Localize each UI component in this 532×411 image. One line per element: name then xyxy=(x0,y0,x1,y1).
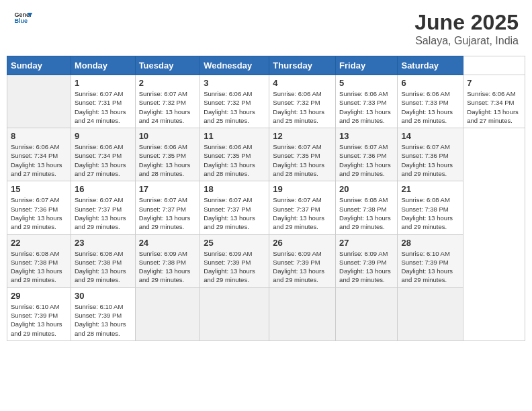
col-header-saturday: Saturday xyxy=(398,56,463,75)
calendar-cell: 28Sunrise: 6:10 AMSunset: 7:39 PMDayligh… xyxy=(398,234,463,287)
day-info: Sunrise: 6:07 AMSunset: 7:32 PMDaylight:… xyxy=(139,89,197,125)
svg-text:Blue: Blue xyxy=(14,17,28,24)
calendar-cell: 30Sunrise: 6:10 AMSunset: 7:39 PMDayligh… xyxy=(71,287,135,340)
calendar-cell xyxy=(336,287,398,340)
day-info: Sunrise: 6:07 AMSunset: 7:37 PMDaylight:… xyxy=(139,195,197,231)
calendar-cell: 3Sunrise: 6:06 AMSunset: 7:32 PMDaylight… xyxy=(200,75,269,128)
day-number: 30 xyxy=(75,291,132,301)
day-number: 7 xyxy=(467,78,521,88)
calendar-cell: 2Sunrise: 6:07 AMSunset: 7:32 PMDaylight… xyxy=(135,75,200,128)
calendar-week-row: 1Sunrise: 6:07 AMSunset: 7:31 PMDaylight… xyxy=(7,75,525,128)
calendar-cell: 14Sunrise: 6:07 AMSunset: 7:36 PMDayligh… xyxy=(398,128,463,181)
day-number: 2 xyxy=(139,78,197,88)
day-info: Sunrise: 6:08 AMSunset: 7:38 PMDaylight:… xyxy=(11,249,67,285)
calendar-week-row: 15Sunrise: 6:07 AMSunset: 7:36 PMDayligh… xyxy=(7,181,525,234)
day-info: Sunrise: 6:08 AMSunset: 7:38 PMDaylight:… xyxy=(401,195,459,231)
calendar-cell: 19Sunrise: 6:07 AMSunset: 7:37 PMDayligh… xyxy=(269,181,336,234)
day-info: Sunrise: 6:06 AMSunset: 7:34 PMDaylight:… xyxy=(467,89,521,125)
day-info: Sunrise: 6:07 AMSunset: 7:36 PMDaylight:… xyxy=(401,142,459,178)
month-title: June 2025 xyxy=(414,10,519,35)
day-info: Sunrise: 6:07 AMSunset: 7:36 PMDaylight:… xyxy=(339,142,394,178)
calendar-cell: 25Sunrise: 6:09 AMSunset: 7:39 PMDayligh… xyxy=(200,234,269,287)
day-info: Sunrise: 6:06 AMSunset: 7:34 PMDaylight:… xyxy=(11,142,67,178)
calendar-week-row: 29Sunrise: 6:10 AMSunset: 7:39 PMDayligh… xyxy=(7,287,525,340)
day-number: 23 xyxy=(75,238,132,248)
calendar-cell: 16Sunrise: 6:07 AMSunset: 7:37 PMDayligh… xyxy=(71,181,135,234)
day-info: Sunrise: 6:06 AMSunset: 7:32 PMDaylight:… xyxy=(273,89,332,125)
day-number: 12 xyxy=(273,131,332,141)
day-info: Sunrise: 6:10 AMSunset: 7:39 PMDaylight:… xyxy=(11,302,67,338)
day-number: 24 xyxy=(139,238,197,248)
day-number: 19 xyxy=(273,184,332,194)
calendar-cell: 17Sunrise: 6:07 AMSunset: 7:37 PMDayligh… xyxy=(135,181,200,234)
calendar-week-row: 8Sunrise: 6:06 AMSunset: 7:34 PMDaylight… xyxy=(7,128,525,181)
day-info: Sunrise: 6:09 AMSunset: 7:39 PMDaylight:… xyxy=(273,249,332,285)
calendar-cell: 4Sunrise: 6:06 AMSunset: 7:32 PMDaylight… xyxy=(269,75,336,128)
day-info: Sunrise: 6:06 AMSunset: 7:32 PMDaylight:… xyxy=(204,89,265,125)
calendar-cell: 11Sunrise: 6:06 AMSunset: 7:35 PMDayligh… xyxy=(200,128,269,181)
day-info: Sunrise: 6:07 AMSunset: 7:37 PMDaylight:… xyxy=(75,195,132,231)
day-info: Sunrise: 6:09 AMSunset: 7:39 PMDaylight:… xyxy=(204,249,265,285)
day-number: 6 xyxy=(401,78,459,88)
day-number: 27 xyxy=(339,238,394,248)
day-number: 3 xyxy=(204,78,265,88)
calendar-cell: 6Sunrise: 6:06 AMSunset: 7:33 PMDaylight… xyxy=(398,75,463,128)
calendar-cell: 20Sunrise: 6:08 AMSunset: 7:38 PMDayligh… xyxy=(336,181,398,234)
calendar-cell: 26Sunrise: 6:09 AMSunset: 7:39 PMDayligh… xyxy=(269,234,336,287)
calendar-week-row: 22Sunrise: 6:08 AMSunset: 7:38 PMDayligh… xyxy=(7,234,525,287)
day-info: Sunrise: 6:06 AMSunset: 7:35 PMDaylight:… xyxy=(139,142,197,178)
col-header-wednesday: Wednesday xyxy=(200,56,269,75)
calendar-cell: 10Sunrise: 6:06 AMSunset: 7:35 PMDayligh… xyxy=(135,128,200,181)
day-info: Sunrise: 6:08 AMSunset: 7:38 PMDaylight:… xyxy=(339,195,394,231)
calendar-cell: 23Sunrise: 6:08 AMSunset: 7:38 PMDayligh… xyxy=(71,234,135,287)
day-number: 16 xyxy=(75,184,132,194)
day-info: Sunrise: 6:06 AMSunset: 7:33 PMDaylight:… xyxy=(339,89,394,125)
day-number: 4 xyxy=(273,78,332,88)
calendar-table: SundayMondayTuesdayWednesdayThursdayFrid… xyxy=(7,56,525,341)
day-number: 8 xyxy=(11,131,67,141)
location-title: Salaya, Gujarat, India xyxy=(414,35,519,47)
day-info: Sunrise: 6:06 AMSunset: 7:33 PMDaylight:… xyxy=(401,89,459,125)
title-block: June 2025 Salaya, Gujarat, India xyxy=(414,10,519,47)
calendar-cell: 13Sunrise: 6:07 AMSunset: 7:36 PMDayligh… xyxy=(336,128,398,181)
day-info: Sunrise: 6:06 AMSunset: 7:34 PMDaylight:… xyxy=(75,142,132,178)
col-header-thursday: Thursday xyxy=(269,56,336,75)
day-info: Sunrise: 6:07 AMSunset: 7:37 PMDaylight:… xyxy=(204,195,265,231)
calendar-cell xyxy=(200,287,269,340)
day-info: Sunrise: 6:08 AMSunset: 7:38 PMDaylight:… xyxy=(75,249,132,285)
day-number: 25 xyxy=(204,238,265,248)
col-header-sunday: Sunday xyxy=(7,56,71,75)
day-number: 10 xyxy=(139,131,197,141)
calendar-cell: 21Sunrise: 6:08 AMSunset: 7:38 PMDayligh… xyxy=(398,181,463,234)
day-info: Sunrise: 6:09 AMSunset: 7:39 PMDaylight:… xyxy=(339,249,394,285)
calendar-cell xyxy=(269,287,336,340)
calendar-cell: 7Sunrise: 6:06 AMSunset: 7:34 PMDaylight… xyxy=(463,75,525,128)
day-number: 21 xyxy=(401,184,459,194)
calendar-cell: 15Sunrise: 6:07 AMSunset: 7:36 PMDayligh… xyxy=(7,181,71,234)
logo: General Blue xyxy=(13,10,32,25)
calendar-cell: 12Sunrise: 6:07 AMSunset: 7:35 PMDayligh… xyxy=(269,128,336,181)
header: General Blue June 2025 Salaya, Gujarat, … xyxy=(7,7,525,50)
calendar-cell: 27Sunrise: 6:09 AMSunset: 7:39 PMDayligh… xyxy=(336,234,398,287)
day-number: 22 xyxy=(11,238,67,248)
day-number: 20 xyxy=(339,184,394,194)
day-number: 9 xyxy=(75,131,132,141)
day-number: 17 xyxy=(139,184,197,194)
day-number: 26 xyxy=(273,238,332,248)
col-header-monday: Monday xyxy=(71,56,135,75)
calendar-header-row: SundayMondayTuesdayWednesdayThursdayFrid… xyxy=(7,56,525,75)
day-number: 18 xyxy=(204,184,265,194)
day-info: Sunrise: 6:10 AMSunset: 7:39 PMDaylight:… xyxy=(75,302,132,338)
calendar-cell: 9Sunrise: 6:06 AMSunset: 7:34 PMDaylight… xyxy=(71,128,135,181)
day-number: 13 xyxy=(339,131,394,141)
day-info: Sunrise: 6:07 AMSunset: 7:37 PMDaylight:… xyxy=(273,195,332,231)
day-info: Sunrise: 6:07 AMSunset: 7:36 PMDaylight:… xyxy=(11,195,67,231)
day-number: 28 xyxy=(401,238,459,248)
day-number: 5 xyxy=(339,78,394,88)
day-number: 14 xyxy=(401,131,459,141)
day-number: 15 xyxy=(11,184,67,194)
calendar-cell xyxy=(7,75,71,128)
calendar-cell: 5Sunrise: 6:06 AMSunset: 7:33 PMDaylight… xyxy=(336,75,398,128)
day-number: 1 xyxy=(75,78,132,88)
logo-icon: General Blue xyxy=(13,10,32,25)
